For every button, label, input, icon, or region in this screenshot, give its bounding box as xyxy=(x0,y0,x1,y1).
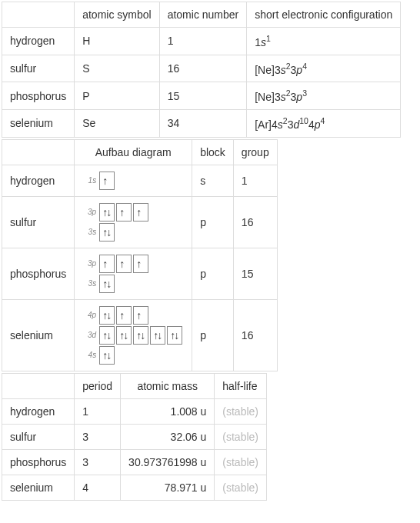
cell-mass: 30.973761998 u xyxy=(121,449,215,475)
header-halflife: half-life xyxy=(215,373,267,398)
arrow-down-icon: ↓ xyxy=(123,328,128,342)
orbital-label: 3s xyxy=(82,279,96,288)
row-label: phosphorus xyxy=(2,449,75,475)
row-label: selenium xyxy=(2,299,75,371)
cell-symbol: Se xyxy=(75,109,159,137)
cell-config: [Ar]4s23d104p4 xyxy=(247,109,401,137)
table-row: sulfur3p↑↓↑↑3s↑↓p16 xyxy=(2,196,278,248)
table-row: phosphorusP15[Ne]3s23p3 xyxy=(2,82,401,110)
table-row: hydrogen1s↑s1 xyxy=(2,165,278,196)
cell-group: 15 xyxy=(233,248,277,299)
table-row: phosphorus330.973761998 u(stable) xyxy=(2,449,267,475)
table-row: hydrogen11.008 u(stable) xyxy=(2,398,267,424)
cell-group: 1 xyxy=(233,165,277,196)
corner-cell xyxy=(2,139,75,165)
orbital-box: ↑ xyxy=(116,203,132,222)
arrow-down-icon: ↓ xyxy=(106,277,112,291)
orbital-row: 1s↑ xyxy=(82,172,184,190)
row-label: phosphorus xyxy=(2,248,75,299)
orbital-box: ↑ xyxy=(133,203,148,222)
cell-config: 1s1 xyxy=(247,28,401,55)
cell-group: 16 xyxy=(233,196,277,248)
row-label: hydrogen xyxy=(2,398,75,424)
cell-aufbau: 4p↑↓↑↑3d↑↓↑↓↑↓↑↓↑↓4s↑↓ xyxy=(75,299,192,371)
cell-symbol: H xyxy=(75,28,159,55)
arrow-up-icon: ↑ xyxy=(136,205,142,219)
orbital-label: 3p xyxy=(82,259,96,268)
cell-config: [Ne]3s23p3 xyxy=(247,82,401,110)
cell-period: 3 xyxy=(75,449,121,475)
orbital-label: 3s xyxy=(82,228,96,236)
cell-block: p xyxy=(192,248,234,299)
cell-period: 3 xyxy=(75,424,121,449)
arrow-down-icon: ↓ xyxy=(106,205,112,219)
orbital-box: ↑ xyxy=(116,306,132,325)
cell-mass: 78.971 u xyxy=(121,475,215,500)
cell-block: p xyxy=(192,299,234,371)
orbital-label: 4p xyxy=(82,311,96,319)
cell-aufbau: 1s↑ xyxy=(75,165,192,196)
row-label: selenium xyxy=(2,475,75,500)
orbital-box: ↑ xyxy=(133,255,148,273)
table-row: seleniumSe34[Ar]4s23d104p4 xyxy=(2,109,401,137)
header-period: period xyxy=(75,373,121,398)
table-aufbau: Aufbau diagram block group hydrogen1s↑s1… xyxy=(2,139,278,371)
header-config: short electronic configuration xyxy=(247,2,401,28)
cell-mass: 32.06 u xyxy=(121,424,215,449)
table-row: sulfur332.06 u(stable) xyxy=(2,424,267,449)
orbital-box: ↑↓ xyxy=(99,223,115,242)
cell-config: [Ne]3s23p4 xyxy=(247,55,401,82)
table-row: selenium478.971 u(stable) xyxy=(2,475,267,500)
table-row: phosphorus3p↑↑↑3s↑↓p15 xyxy=(2,248,278,299)
row-label: hydrogen xyxy=(2,28,75,55)
row-label: sulfur xyxy=(2,55,75,82)
arrow-down-icon: ↓ xyxy=(106,328,112,342)
cell-halflife: (stable) xyxy=(215,398,267,424)
arrow-down-icon: ↓ xyxy=(106,348,112,362)
cell-number: 1 xyxy=(159,28,247,55)
cell-number: 15 xyxy=(159,82,247,110)
arrow-down-icon: ↓ xyxy=(157,328,162,342)
header-number: atomic number xyxy=(159,2,247,28)
cell-halflife: (stable) xyxy=(215,449,267,475)
orbital-box: ↑↓ xyxy=(167,326,182,345)
orbital-box: ↑↓ xyxy=(150,326,165,345)
arrow-up-icon: ↑ xyxy=(102,257,108,271)
orbital-box: ↑ xyxy=(116,255,132,273)
orbital-row: 4s↑↓ xyxy=(82,346,184,365)
arrow-down-icon: ↓ xyxy=(174,328,179,342)
orbital-box: ↑ xyxy=(133,306,148,325)
arrow-down-icon: ↓ xyxy=(106,225,112,239)
cell-number: 34 xyxy=(159,109,247,137)
arrow-up-icon: ↑ xyxy=(119,205,125,219)
orbital-row: 3s↑↓ xyxy=(82,275,184,293)
cell-mass: 1.008 u xyxy=(121,398,215,424)
arrow-down-icon: ↓ xyxy=(106,308,112,322)
table-row: sulfurS16[Ne]3s23p4 xyxy=(2,55,401,82)
orbital-label: 1s xyxy=(82,176,96,185)
header-mass: atomic mass xyxy=(121,373,215,398)
row-label: sulfur xyxy=(2,196,75,248)
arrow-down-icon: ↓ xyxy=(140,328,145,342)
orbital-box: ↑ xyxy=(99,172,115,190)
row-label: hydrogen xyxy=(2,165,75,196)
header-block: block xyxy=(192,139,234,165)
row-label: phosphorus xyxy=(2,82,75,110)
orbital-row: 3d↑↓↑↓↑↓↑↓↑↓ xyxy=(82,326,184,345)
cell-block: s xyxy=(192,165,234,196)
header-symbol: atomic symbol xyxy=(75,2,159,28)
table-period-mass: period atomic mass half-life hydrogen11.… xyxy=(2,373,267,501)
orbital-row: 4p↑↓↑↑ xyxy=(82,306,184,325)
orbital-box: ↑↓ xyxy=(99,306,115,325)
arrow-up-icon: ↑ xyxy=(119,308,125,322)
orbital-box: ↑↓ xyxy=(99,275,115,293)
cell-block: p xyxy=(192,196,234,248)
cell-number: 16 xyxy=(159,55,247,82)
table-row: selenium4p↑↓↑↑3d↑↓↑↓↑↓↑↓↑↓4s↑↓p16 xyxy=(2,299,278,371)
orbital-label: 3p xyxy=(82,208,96,216)
cell-aufbau: 3p↑↓↑↑3s↑↓ xyxy=(75,196,192,248)
orbital-box: ↑ xyxy=(99,255,115,273)
arrow-up-icon: ↑ xyxy=(102,174,108,188)
cell-symbol: S xyxy=(75,55,159,82)
cell-period: 4 xyxy=(75,475,121,500)
